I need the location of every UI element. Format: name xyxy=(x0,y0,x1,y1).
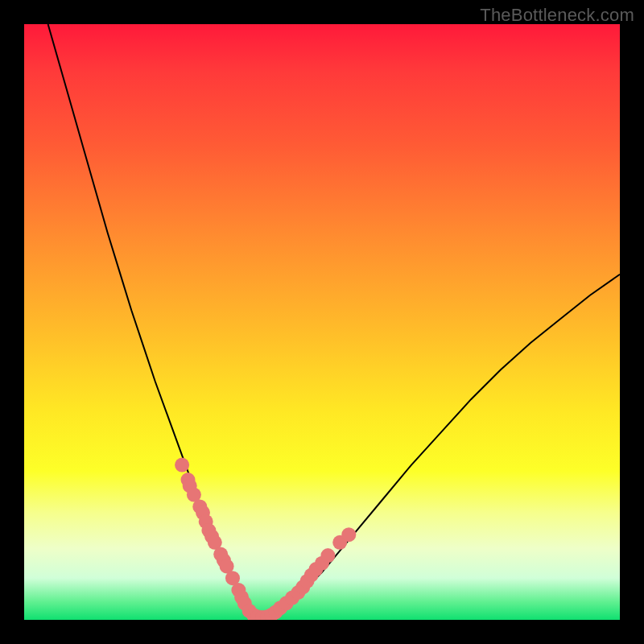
marker-group xyxy=(175,458,356,620)
plot-area xyxy=(24,24,620,620)
chart-svg xyxy=(24,24,620,620)
data-marker xyxy=(175,458,189,473)
chart-frame: TheBottleneck.com xyxy=(0,0,644,644)
data-marker xyxy=(341,527,356,542)
data-marker xyxy=(320,548,335,563)
curve-line xyxy=(48,24,620,617)
watermark-text: TheBottleneck.com xyxy=(480,5,634,26)
